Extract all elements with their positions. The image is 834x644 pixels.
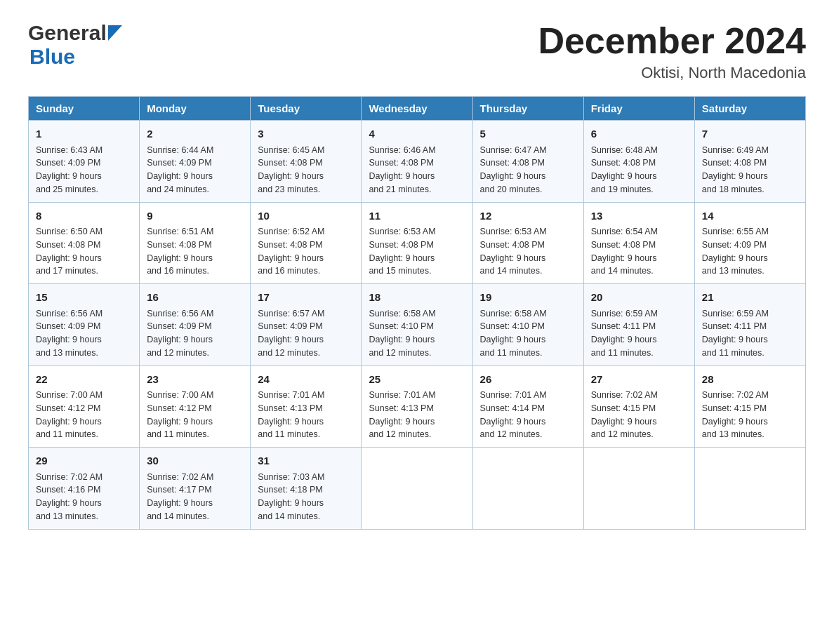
day-info-line: Sunrise: 6:56 AM	[36, 307, 132, 321]
day-info-line: and 11 minutes.	[36, 428, 132, 441]
day-cell: 29Sunrise: 7:02 AMSunset: 4:16 PMDayligh…	[29, 448, 140, 530]
day-info-line: and 19 minutes.	[591, 183, 687, 196]
day-info-line: Daylight: 9 hours	[702, 333, 798, 347]
day-info-line: Daylight: 9 hours	[591, 333, 687, 347]
day-info-line: and 21 minutes.	[369, 183, 465, 196]
day-info-line: and 20 minutes.	[480, 183, 576, 196]
day-info-line: and 14 minutes.	[147, 510, 243, 523]
day-info-line: Daylight: 9 hours	[369, 333, 465, 347]
day-info-line: Sunset: 4:09 PM	[702, 239, 798, 252]
day-cell: 27Sunrise: 7:02 AMSunset: 4:15 PMDayligh…	[583, 365, 694, 448]
day-info-line: Daylight: 9 hours	[369, 415, 465, 429]
day-number: 8	[36, 208, 132, 224]
day-info-line: Sunset: 4:11 PM	[702, 320, 798, 333]
day-cell: 30Sunrise: 7:02 AMSunset: 4:17 PMDayligh…	[140, 448, 251, 530]
title-area: December 2024 Oktisi, North Macedonia	[538, 21, 806, 82]
day-info-line: and 11 minutes.	[147, 428, 243, 441]
day-cell: 24Sunrise: 7:01 AMSunset: 4:13 PMDayligh…	[251, 365, 362, 448]
day-number: 19	[480, 290, 576, 306]
day-info-line: Daylight: 9 hours	[258, 252, 354, 265]
day-info-line: and 12 minutes.	[591, 428, 687, 441]
week-row-4: 22Sunrise: 7:00 AMSunset: 4:12 PMDayligh…	[29, 365, 806, 448]
header-row: SundayMondayTuesdayWednesdayThursdayFrid…	[29, 97, 806, 121]
day-info-line: Daylight: 9 hours	[258, 415, 354, 429]
day-info-line: Daylight: 9 hours	[36, 497, 132, 510]
day-info-line: and 25 minutes.	[36, 183, 132, 196]
day-info-line: and 14 minutes.	[480, 264, 576, 278]
day-number: 26	[480, 372, 576, 388]
day-number: 12	[480, 208, 576, 224]
day-number: 21	[702, 290, 798, 306]
calendar-title: December 2024	[538, 21, 806, 61]
day-number: 27	[591, 372, 687, 388]
day-info-line: Daylight: 9 hours	[36, 170, 132, 183]
logo-top: General	[28, 21, 122, 45]
day-cell: 21Sunrise: 6:59 AMSunset: 4:11 PMDayligh…	[694, 284, 805, 366]
day-number: 20	[591, 290, 687, 306]
day-info-line: Sunrise: 6:44 AM	[147, 144, 243, 157]
day-info-line: Sunrise: 6:57 AM	[258, 307, 354, 321]
day-info-line: Sunset: 4:09 PM	[147, 156, 243, 170]
day-info-line: Sunset: 4:09 PM	[36, 156, 132, 170]
day-info-line: Sunset: 4:08 PM	[369, 239, 465, 252]
day-cell: 10Sunrise: 6:52 AMSunset: 4:08 PMDayligh…	[251, 202, 362, 284]
day-info-line: Sunrise: 7:03 AM	[258, 471, 354, 484]
day-cell	[583, 448, 694, 530]
week-row-2: 8Sunrise: 6:50 AMSunset: 4:08 PMDaylight…	[29, 202, 806, 284]
day-info-line: and 12 minutes.	[147, 347, 243, 360]
day-cell	[472, 448, 583, 530]
day-number: 25	[369, 372, 465, 388]
day-info-line: and 13 minutes.	[36, 347, 132, 360]
day-info-line: Sunset: 4:09 PM	[147, 320, 243, 333]
week-row-3: 15Sunrise: 6:56 AMSunset: 4:09 PMDayligh…	[29, 284, 806, 366]
day-info-line: Sunrise: 6:45 AM	[258, 144, 354, 157]
day-info-line: Sunrise: 6:54 AM	[591, 225, 687, 239]
day-info-line: Sunset: 4:08 PM	[702, 156, 798, 170]
day-number: 17	[258, 290, 354, 306]
day-info-line: and 17 minutes.	[36, 264, 132, 278]
day-info-line: Daylight: 9 hours	[591, 415, 687, 429]
day-info-line: Sunset: 4:08 PM	[258, 156, 354, 170]
day-info-line: and 13 minutes.	[702, 264, 798, 278]
day-info-line: Sunrise: 6:55 AM	[702, 225, 798, 239]
svg-marker-0	[108, 25, 122, 41]
day-number: 18	[369, 290, 465, 306]
day-info-line: Sunset: 4:08 PM	[147, 239, 243, 252]
day-info-line: Sunset: 4:08 PM	[36, 239, 132, 252]
day-number: 4	[369, 126, 465, 142]
day-info-line: Sunrise: 7:00 AM	[36, 389, 132, 402]
day-number: 22	[36, 372, 132, 388]
day-cell	[362, 448, 472, 530]
day-number: 2	[147, 126, 243, 142]
day-number: 24	[258, 372, 354, 388]
day-info-line: Daylight: 9 hours	[480, 415, 576, 429]
header-cell-saturday: Saturday	[694, 97, 805, 121]
day-info-line: Daylight: 9 hours	[147, 252, 243, 265]
day-info-line: and 11 minutes.	[702, 347, 798, 360]
day-info-line: and 18 minutes.	[702, 183, 798, 196]
day-info-line: Daylight: 9 hours	[369, 170, 465, 183]
day-info-line: Sunrise: 7:02 AM	[36, 471, 132, 484]
day-info-line: Sunset: 4:18 PM	[258, 483, 354, 497]
day-info-line: Sunrise: 6:47 AM	[480, 144, 576, 157]
day-cell: 11Sunrise: 6:53 AMSunset: 4:08 PMDayligh…	[362, 202, 472, 284]
day-info-line: and 23 minutes.	[258, 183, 354, 196]
day-info-line: Sunrise: 7:02 AM	[147, 471, 243, 484]
day-cell: 14Sunrise: 6:55 AMSunset: 4:09 PMDayligh…	[694, 202, 805, 284]
day-info-line: Sunset: 4:15 PM	[591, 402, 687, 415]
day-info-line: Sunset: 4:14 PM	[480, 402, 576, 415]
day-info-line: and 14 minutes.	[591, 264, 687, 278]
day-info-line: Sunrise: 7:01 AM	[258, 389, 354, 402]
day-cell: 8Sunrise: 6:50 AMSunset: 4:08 PMDaylight…	[29, 202, 140, 284]
day-info-line: Sunrise: 7:02 AM	[591, 389, 687, 402]
day-info-line: Sunrise: 6:59 AM	[702, 307, 798, 321]
day-cell: 3Sunrise: 6:45 AMSunset: 4:08 PMDaylight…	[251, 121, 362, 203]
day-info-line: Sunrise: 6:43 AM	[36, 144, 132, 157]
day-info-line: Daylight: 9 hours	[36, 415, 132, 429]
day-number: 9	[147, 208, 243, 224]
logo-arrow-icon	[108, 25, 122, 41]
day-number: 16	[147, 290, 243, 306]
day-info-line: Sunset: 4:08 PM	[591, 239, 687, 252]
day-info-line: Daylight: 9 hours	[36, 252, 132, 265]
day-info-line: Daylight: 9 hours	[480, 333, 576, 347]
